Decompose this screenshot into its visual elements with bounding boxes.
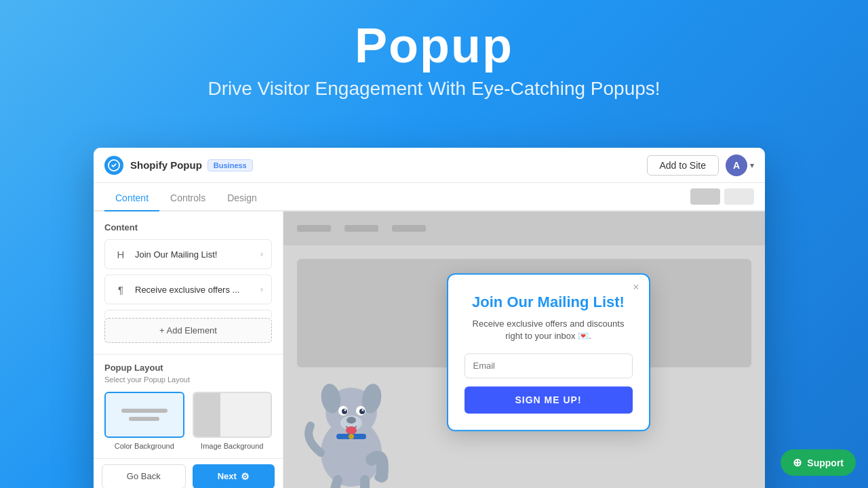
avatar[interactable]: A [726, 155, 747, 176]
preview-nav-3 [392, 225, 426, 232]
popup-close-icon[interactable]: × [633, 281, 639, 293]
item-heading-label: Join Our Mailing List! [135, 249, 260, 260]
add-element-button[interactable]: + Add Element [104, 318, 272, 343]
svg-point-15 [349, 434, 354, 439]
popup-layout-section: Popup Layout Select your Popup Layout Co… [94, 354, 283, 458]
next-label: Next [218, 471, 237, 481]
item-paragraph-label: Receive exclusive offers ... [135, 285, 260, 295]
image-background-option[interactable]: Image Background [193, 392, 273, 450]
support-icon: ⊕ [793, 456, 802, 469]
preview-nav-2 [344, 225, 378, 232]
layout-subtitle: Select your Popup Layout [104, 375, 272, 384]
popup-subtitle: Receive exclusive offers and discounts r… [465, 318, 633, 342]
layout-title: Popup Layout [104, 363, 272, 373]
tab-design[interactable]: Design [216, 186, 268, 211]
paragraph-icon: ¶ [113, 282, 128, 297]
image-background-label: Image Background [201, 442, 263, 450]
plan-badge: Business [208, 159, 253, 171]
preview-header [283, 211, 765, 245]
svg-point-16 [374, 472, 388, 482]
app-name: Shopify Popup [130, 159, 202, 171]
tab-controls[interactable]: Controls [159, 186, 216, 211]
support-button[interactable]: ⊕ Support [781, 449, 856, 476]
topbar: Shopify Popup Business Add to Site A ▾ [94, 148, 765, 183]
next-button[interactable]: Next ⚙ [193, 464, 275, 489]
desktop-preview-btn[interactable] [690, 188, 720, 205]
popup-email-input[interactable] [465, 354, 633, 379]
svg-point-12 [347, 417, 356, 424]
preview-image-area [194, 393, 221, 436]
popup-submit-button[interactable]: SIGN ME UP! [465, 387, 633, 414]
main-area: Content H Join Our Mailing List! › ¶ Rec… [94, 211, 765, 488]
svg-point-10 [362, 409, 364, 411]
color-background-preview [104, 392, 184, 438]
support-label: Support [807, 458, 844, 468]
list-item[interactable]: ✉ Email Input › [104, 310, 272, 318]
list-item[interactable]: ¶ Receive exclusive offers ... › [104, 274, 272, 304]
list-item[interactable]: H Join Our Mailing List! › [104, 239, 272, 269]
bottom-bar: Go Back Next ⚙ [94, 458, 283, 488]
heading-icon: H [113, 247, 128, 262]
gear-icon: ⚙ [241, 471, 250, 482]
content-section: Content H Join Our Mailing List! › ¶ Rec… [94, 211, 283, 318]
popup-title: Join Our Mailing List! [465, 293, 633, 311]
right-preview: × Join Our Mailing List! Receive exclusi… [283, 211, 765, 488]
preview-line-1 [121, 409, 167, 413]
left-panel: Content H Join Our Mailing List! › ¶ Rec… [94, 211, 283, 488]
chevron-right-icon: › [260, 249, 263, 259]
hero-section: Popup Drive Visitor Engagement With Eye-… [0, 0, 868, 112]
go-back-button[interactable]: Go Back [102, 464, 186, 489]
svg-point-13 [346, 426, 357, 434]
app-window: Shopify Popup Business Add to Site A ▾ C… [94, 148, 765, 488]
tab-content[interactable]: Content [104, 186, 159, 211]
popup-modal: × Join Our Mailing List! Receive exclusi… [447, 273, 650, 431]
hero-subtitle: Drive Visitor Engagement With Eye-Catchi… [0, 78, 868, 100]
hero-title: Popup [0, 19, 868, 73]
color-background-option[interactable]: Color Background [104, 392, 184, 450]
preview-buttons [690, 188, 754, 205]
add-to-site-button[interactable]: Add to Site [647, 155, 719, 176]
preview-line-2 [129, 417, 159, 421]
tabs-row: Content Controls Design [94, 183, 765, 211]
layout-options: Color Background Image Background [104, 392, 272, 450]
content-section-label: Content [104, 222, 272, 232]
preview-nav-1 [297, 225, 331, 232]
image-background-preview [193, 392, 273, 438]
dog-character [297, 344, 406, 488]
chevron-right-icon: › [260, 285, 263, 294]
mobile-preview-btn[interactable] [724, 188, 754, 205]
app-logo [104, 156, 123, 175]
color-background-label: Color Background [115, 442, 174, 450]
chevron-down-icon[interactable]: ▾ [750, 161, 754, 170]
svg-point-9 [344, 409, 347, 411]
